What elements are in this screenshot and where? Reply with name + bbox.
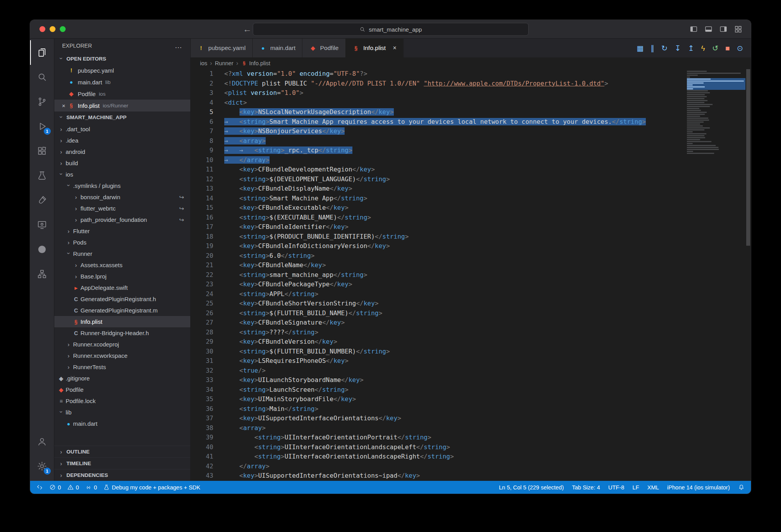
stop-icon[interactable]: ■ [726, 45, 730, 52]
close-tab-icon[interactable]: × [393, 45, 396, 52]
open-editor-Info.plist[interactable]: ×§Info.plistios/Runner [54, 100, 190, 111]
breadcrumb-item-Info.plist[interactable]: §Info.plist [241, 60, 270, 66]
activity-testing-button[interactable] [30, 163, 54, 188]
tree-item-AppDelegate.swift[interactable]: ▸AppDelegate.swift [54, 282, 190, 293]
tree-item-lib[interactable]: ›lib [54, 407, 190, 418]
more-actions-icon[interactable]: … [175, 41, 182, 50]
status-item[interactable]: iPhone 14 (ios simulator) [667, 484, 730, 491]
broadcast-status-item[interactable]: 0 [85, 484, 97, 491]
inspector-icon[interactable]: ⊙ [737, 45, 743, 52]
pause-icon[interactable]: ∥ [651, 45, 654, 52]
code-line-30[interactable]: 30 <string>$(FLUTTER_BUILD_NUMBER)</stri… [191, 347, 751, 357]
flask-status-item[interactable]: Debug my code + packages + SDK [103, 484, 200, 491]
hot-restart-icon[interactable]: ↺ [712, 45, 718, 52]
code-line-40[interactable]: 40 <string>UIInterfaceOrientationLandsca… [191, 443, 751, 452]
code-line-34[interactable]: 34 <string>LaunchScreen</string> [191, 385, 751, 395]
tree-item-.gitignore[interactable]: ◆.gitignore [54, 373, 190, 384]
code-line-8[interactable]: 8→ <array> [191, 136, 751, 146]
tree-item-Podfile.lock[interactable]: ≡Podfile.lock [54, 395, 190, 407]
code-line-15[interactable]: 15 <key>CFBundleExecutable</key> [191, 203, 751, 213]
code-line-13[interactable]: 13 <key>CFBundleDisplayName</key> [191, 184, 751, 194]
back-button[interactable]: ← [243, 24, 252, 34]
activity-flask-button[interactable] [30, 188, 54, 212]
activity-settings-button[interactable]: 1 [30, 454, 54, 478]
open-editors-header[interactable]: › OPEN EDITORS [54, 53, 190, 64]
code-line-9[interactable]: 9→ → <string>_rpc._tcp</string> [191, 146, 751, 155]
status-item[interactable]: Ln 5, Col 5 (229 selected) [499, 484, 564, 491]
code-line-19[interactable]: 19 <key>CFBundleInfoDictionaryVersion</k… [191, 241, 751, 251]
code-line-6[interactable]: 6→ <string>Smart Machine App requires ac… [191, 117, 751, 127]
code-line-23[interactable]: 23 <key>CFBundlePackageType</key> [191, 280, 751, 289]
tree-item-GeneratedPluginRegistrant.m[interactable]: CGeneratedPluginRegistrant.m [54, 305, 190, 316]
command-center-search[interactable]: smart_machine_app [253, 23, 529, 36]
tree-item-Flutter[interactable]: ›Flutter [54, 225, 190, 237]
layout-bottom-icon[interactable] [704, 25, 713, 33]
code-line-7[interactable]: 7→ <key>NSBonjourServices</key> [191, 127, 751, 136]
activity-references-button[interactable] [30, 262, 54, 286]
close-editor-icon[interactable]: × [60, 102, 68, 109]
tree-item-Runner.xcworkspace[interactable]: ›Runner.xcworkspace [54, 350, 190, 361]
code-line-31[interactable]: 31 <key>LSRequiresIPhoneOS</key> [191, 356, 751, 366]
open-editor-main.dart[interactable]: ●main.dartlib [54, 76, 190, 88]
activity-github-button[interactable] [30, 237, 54, 262]
tree-item-Base.lproj[interactable]: ›Base.lproj [54, 271, 190, 282]
code-line-43[interactable]: 43 <key>UISupportedInterfaceOrientations… [191, 471, 751, 481]
tree-item-Runner.xcodeproj[interactable]: ›Runner.xcodeproj [54, 339, 190, 350]
code-line-37[interactable]: 37 <key>UISupportedInterfaceOrientations… [191, 414, 751, 423]
activity-run-debug-button[interactable]: 1 [30, 114, 54, 139]
tree-item-bonsoir_darwin[interactable]: ›bonsoir_darwin↪ [54, 191, 190, 203]
step-over-icon[interactable]: ↻ [661, 45, 668, 52]
code-line-28[interactable]: 28 <string>????</string> [191, 328, 751, 337]
status-item[interactable]: LF [633, 484, 639, 491]
status-item[interactable]: UTF-8 [608, 484, 624, 491]
tree-item-RunnerTests[interactable]: ›RunnerTests [54, 361, 190, 373]
error-status-item[interactable]: 0 [49, 484, 61, 491]
open-editor-Podfile[interactable]: ◆Podfileios [54, 88, 190, 100]
code-line-33[interactable]: 33 <key>UILaunchStoryboardName</key> [191, 375, 751, 385]
tree-item-Podfile[interactable]: ◆Podfile [54, 384, 190, 395]
code-line-29[interactable]: 29 <key>CFBundleVersion</key> [191, 337, 751, 347]
code-line-16[interactable]: 16 <string>$(EXECUTABLE_NAME)</string> [191, 213, 751, 223]
tree-item-Pods[interactable]: ›Pods [54, 237, 190, 248]
code-line-22[interactable]: 22 <string>smart_machine_app</string> [191, 270, 751, 280]
code-line-5[interactable]: 5 <key>NSLocalNetworkUsageDescription</k… [191, 107, 751, 117]
code-line-32[interactable]: 32 <true/> [191, 366, 751, 376]
activity-source-control-button[interactable] [30, 89, 54, 114]
outline-header[interactable]: › OUTLINE [54, 446, 190, 457]
warning-status-item[interactable]: 0 [67, 484, 79, 491]
minimize-window-button[interactable] [50, 26, 55, 32]
tab-Info.plist[interactable]: §Info.plist× [346, 39, 404, 57]
code-line-12[interactable]: 12 <string>$(DEVELOPMENT_LANGUAGE)</stri… [191, 175, 751, 184]
activity-account-button[interactable] [30, 429, 54, 454]
code-line-24[interactable]: 24 <string>APPL</string> [191, 289, 751, 299]
breadcrumb-item-Runner[interactable]: Runner [215, 60, 234, 66]
close-window-button[interactable] [39, 26, 45, 32]
code-line-26[interactable]: 26 <string>$(FLUTTER_BUILD_NAME)</string… [191, 309, 751, 318]
tree-item-Info.plist[interactable]: §Info.plist [54, 316, 190, 327]
tree-item-Assets.xcassets[interactable]: ›Assets.xcassets [54, 259, 190, 271]
project-section-header[interactable]: › SMART_MACHINE_APP [54, 111, 190, 123]
tree-item-.idea[interactable]: ›.idea [54, 135, 190, 146]
tree-item-Runner[interactable]: ›Runner [54, 248, 190, 259]
remote-status-item[interactable] [36, 484, 43, 491]
tree-item-GeneratedPluginRegistrant.h[interactable]: CGeneratedPluginRegistrant.h [54, 293, 190, 305]
vertical-scrollbar[interactable] [745, 69, 751, 481]
step-out-icon[interactable]: ↥ [688, 45, 694, 52]
code-line-1[interactable]: 1<?xml version="1.0" encoding="UTF-8"?> [191, 69, 751, 79]
code-line-2[interactable]: 2<!DOCTYPE plist PUBLIC "-//Apple//DTD P… [191, 79, 751, 89]
code-line-38[interactable]: 38 <array> [191, 423, 751, 433]
code-line-20[interactable]: 20 <string>6.0</string> [191, 251, 751, 261]
layout-left-icon[interactable] [690, 25, 698, 33]
code-line-25[interactable]: 25 <key>CFBundleShortVersionString</key> [191, 299, 751, 309]
layout-right-icon[interactable] [719, 25, 727, 33]
code-line-11[interactable]: 11 <key>CFBundleDevelopmentRegion</key> [191, 165, 751, 175]
code-line-35[interactable]: 35 <key>UIMainStoryboardFile</key> [191, 395, 751, 404]
open-editor-pubspec.yaml[interactable]: !pubspec.yaml [54, 64, 190, 76]
tree-item-Runner-Bridging-Header.h[interactable]: CRunner-Bridging-Header.h [54, 327, 190, 339]
tree-item-flutter_webrtc[interactable]: ›flutter_webrtc↪ [54, 203, 190, 214]
code-line-17[interactable]: 17 <key>CFBundleIdentifier</key> [191, 222, 751, 232]
step-into-icon[interactable]: ↧ [675, 45, 681, 52]
bell-status-item[interactable] [738, 484, 745, 491]
columns-icon[interactable]: ▦ [636, 45, 643, 52]
code-line-10[interactable]: 10→ </array> [191, 155, 751, 165]
